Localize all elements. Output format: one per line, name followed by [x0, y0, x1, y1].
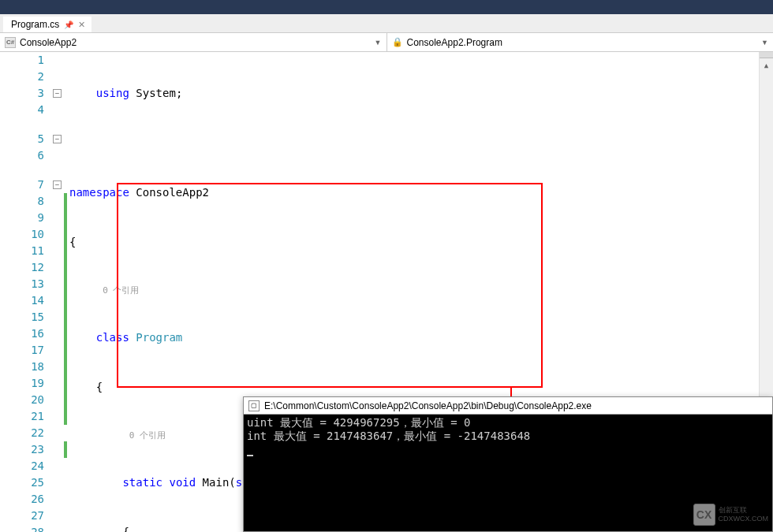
folding-margin: − − − — [50, 52, 66, 532]
fold-toggle[interactable]: − — [53, 89, 62, 98]
splitter-handle[interactable] — [760, 52, 773, 58]
chevron-down-icon: ▼ — [761, 39, 768, 47]
text-cursor — [247, 455, 253, 456]
codelens-references[interactable]: 0 个引用 — [103, 282, 139, 299]
codelens-references[interactable]: 0 个引用 — [129, 427, 166, 444]
console-titlebar[interactable]: ▢ E:\Common\Custom\ConsoleApp2\ConsoleAp… — [244, 397, 772, 415]
csharp-icon: C# — [5, 37, 16, 48]
nav-scope-text: ConsoleApp2 — [20, 37, 77, 48]
nav-member-dropdown[interactable]: 🔒 ConsoleApp2.Program ▼ — [387, 33, 774, 51]
fold-toggle[interactable]: − — [53, 135, 62, 143]
document-tabstrip: Program.cs 📌 ✕ — [0, 14, 773, 33]
console-title-text: E:\Common\Custom\ConsoleApp2\ConsoleApp2… — [264, 400, 592, 411]
watermark: CX 创新互联CDXWCX.COM — [693, 504, 769, 526]
watermark-logo: CX — [693, 504, 715, 526]
navigation-bar: C# ConsoleApp2 ▼ 🔒 ConsoleApp2.Program ▼ — [0, 33, 773, 52]
scroll-up-icon[interactable]: ▲ — [760, 58, 773, 73]
nav-scope-dropdown[interactable]: C# ConsoleApp2 ▼ — [0, 33, 387, 51]
line-number-gutter: 1234 56 78910111213141516171819202122232… — [0, 52, 50, 532]
console-body: uint 最大值 = 4294967295，最小值 = 0 int 最大值 = … — [244, 415, 772, 458]
nav-member-text: ConsoleApp2.Program — [407, 37, 502, 48]
tab-program-cs[interactable]: Program.cs 📌 ✕ — [3, 17, 91, 32]
lock-icon: 🔒 — [392, 37, 403, 48]
chevron-down-icon: ▼ — [375, 39, 382, 47]
window-titlebar — [0, 0, 773, 14]
pin-icon[interactable]: 📌 — [64, 20, 73, 29]
fold-toggle[interactable]: − — [53, 180, 62, 189]
tab-label: Program.cs — [11, 19, 59, 30]
app-icon: ▢ — [248, 400, 260, 411]
close-icon[interactable]: ✕ — [78, 20, 85, 30]
